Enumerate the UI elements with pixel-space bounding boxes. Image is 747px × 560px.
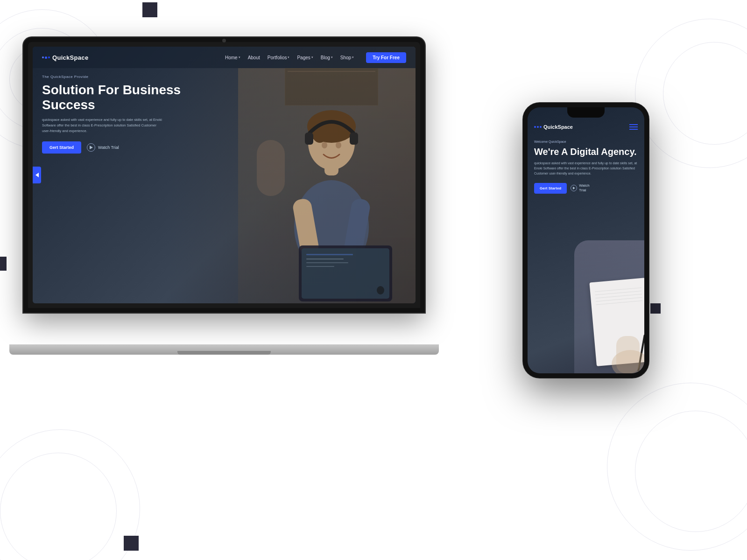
deco-square-bottom	[124, 536, 139, 551]
phone-hero-content: Welcome QuickSpace We're A Digital Agenc…	[534, 140, 638, 194]
svg-point-18	[377, 286, 384, 294]
slide-prev-button[interactable]	[33, 167, 41, 183]
laptop-site-logo: QuickSpace	[42, 54, 88, 61]
chevron-down-icon-4: ▾	[331, 56, 333, 59]
phone-body: QuickSpace Welcome QuickSpace We're A Di…	[523, 103, 649, 378]
hero-buttons-group: Gert Started Watch Trial	[42, 141, 210, 154]
deco-square-left	[0, 257, 7, 271]
phone-navbar: QuickSpace	[528, 118, 644, 136]
laptop-logo-text: QuickSpace	[52, 54, 88, 61]
phone-tagline: Welcome QuickSpace	[534, 140, 638, 143]
nav-link-shop[interactable]: Shop ▾	[340, 55, 354, 60]
arrow-left-icon	[35, 173, 39, 177]
svg-point-8	[322, 142, 327, 148]
logo-dots-group	[42, 56, 50, 59]
chevron-down-icon-5: ▾	[352, 56, 354, 59]
laptop-hero-content: The QuickSpace Provide Solution For Busi…	[42, 75, 210, 154]
logo-dot-1	[42, 56, 44, 58]
nav-link-blog[interactable]: Blog ▾	[321, 55, 333, 60]
phone-logo-dots	[534, 126, 542, 128]
laptop-website: QuickSpace Home ▾ About Portfolios ▾	[33, 47, 416, 303]
phone-device: QuickSpace Welcome QuickSpace We're A Di…	[523, 103, 649, 378]
phone-logo-dot-1	[534, 126, 536, 128]
phone-hero-description: quickspace asked with vast experience an…	[534, 161, 638, 176]
phone-hero-buttons: Gert Started Watch Trial	[534, 183, 638, 194]
chevron-down-icon-2: ▾	[288, 56, 289, 59]
svg-rect-14	[306, 254, 353, 255]
laptop-watch-trial-button[interactable]: Watch Trial	[87, 143, 119, 152]
nav-link-about[interactable]: About	[248, 55, 260, 60]
svg-rect-15	[306, 259, 344, 259]
laptop-navbar: QuickSpace Home ▾ About Portfolios ▾	[33, 47, 416, 68]
phone-website: QuickSpace Welcome QuickSpace We're A Di…	[528, 107, 644, 373]
hamburger-line-1	[629, 124, 638, 125]
laptop-get-started-button[interactable]: Gert Started	[42, 141, 81, 154]
phone-logo-dot-3	[540, 126, 542, 128]
hamburger-line-2	[629, 126, 638, 127]
laptop-base	[9, 344, 439, 355]
nav-link-pages[interactable]: Pages ▾	[297, 55, 313, 60]
deco-circle-tr-lg	[635, 19, 747, 168]
nav-link-portfolios[interactable]: Portfolios ▾	[268, 55, 290, 60]
chevron-down-icon: ▾	[239, 56, 240, 59]
deco-circle-br-md	[635, 411, 747, 532]
phone-play-circle-icon	[571, 185, 577, 191]
watch-trial-label: Watch Trial	[98, 145, 119, 150]
svg-rect-7	[350, 133, 358, 145]
phone-watch-trial-button[interactable]: Watch Trial	[571, 183, 589, 192]
deco-circle-br-lg	[607, 383, 747, 551]
phone-get-started-button[interactable]: Gert Started	[534, 183, 567, 194]
svg-rect-17	[306, 266, 334, 267]
deco-circle-bl-md	[0, 453, 117, 560]
hero-title: Solution For Business Success	[42, 83, 210, 112]
hero-person-svg	[238, 68, 416, 303]
laptop-try-free-button[interactable]: Try For Free	[366, 52, 406, 63]
phone-logo-dot-2	[537, 126, 539, 128]
deco-circle-tr-md	[663, 42, 747, 145]
deco-circle-bl-lg	[0, 429, 140, 560]
svg-rect-13	[302, 248, 389, 299]
laptop-body: QuickSpace Home ▾ About Portfolios ▾	[23, 37, 425, 313]
svg-rect-16	[306, 262, 348, 263]
nav-link-home[interactable]: Home ▾	[225, 55, 240, 60]
phone-hero-title: We're A Digital Agency.	[534, 146, 638, 157]
hero-tagline: The QuickSpace Provide	[42, 75, 210, 79]
laptop-camera	[222, 39, 226, 42]
phone-hands-svg	[574, 280, 644, 373]
laptop-device: QuickSpace Home ▾ About Portfolios ▾	[23, 37, 430, 355]
hamburger-menu-button[interactable]	[629, 124, 638, 130]
svg-rect-6	[305, 133, 313, 145]
phone-logo-text: QuickSpace	[543, 124, 573, 130]
deco-square-right	[650, 303, 661, 314]
phone-watch-label: Watch Trial	[579, 183, 589, 192]
hamburger-line-3	[629, 129, 638, 130]
svg-rect-20	[616, 336, 640, 373]
play-triangle-icon	[90, 146, 93, 149]
laptop-nav-links: Home ▾ About Portfolios ▾ Pages ▾	[225, 52, 406, 63]
deco-square-top	[142, 2, 157, 17]
phone-notch	[567, 107, 605, 118]
laptop-screen: QuickSpace Home ▾ About Portfolios ▾	[33, 47, 416, 303]
phone-logo: QuickSpace	[534, 124, 573, 130]
hero-description: quickspace asked with vast experience an…	[42, 117, 163, 134]
chevron-down-icon-3: ▾	[311, 56, 313, 59]
phone-screen: QuickSpace Welcome QuickSpace We're A Di…	[528, 107, 644, 373]
play-circle-icon	[87, 143, 95, 152]
phone-play-triangle-icon	[573, 187, 575, 189]
logo-dot-3	[48, 56, 50, 58]
svg-point-9	[336, 142, 341, 148]
logo-dot-2	[45, 56, 47, 59]
